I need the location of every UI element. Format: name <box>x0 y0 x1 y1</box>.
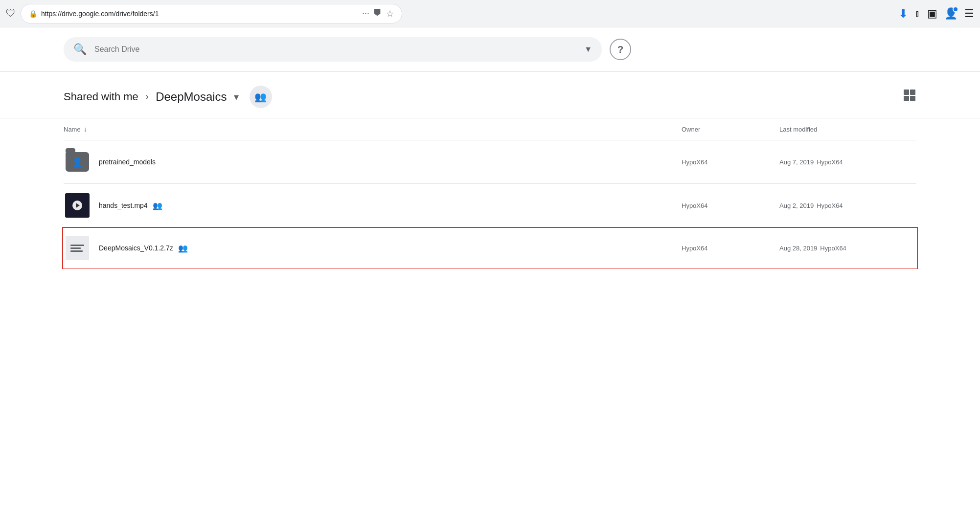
grid-icon <box>903 89 916 102</box>
column-owner-header[interactable]: Owner <box>682 126 779 133</box>
download-icon[interactable]: ⬇ <box>898 7 908 21</box>
svg-rect-2 <box>904 96 909 101</box>
browser-menu-icon[interactable]: ☰ <box>964 7 974 20</box>
file-owner: HypoX64 <box>682 245 779 252</box>
svg-rect-3 <box>910 96 915 101</box>
search-bar[interactable]: 🔍 ▼ <box>64 37 602 62</box>
table-header: Name ↓ Owner Last modified <box>64 118 916 140</box>
people-icon: 👥 <box>254 91 267 103</box>
file-icon-wrapper <box>64 234 91 262</box>
sort-arrow-icon: ↓ <box>84 125 87 133</box>
shared-folder-icon: 👤 <box>66 152 89 172</box>
url-text: https://drive.google.com/drive/folders/1 <box>41 10 354 18</box>
archive-line <box>70 247 81 249</box>
modified-by: HypoX64 <box>820 245 846 252</box>
pocket-icon[interactable]: ⛊ <box>373 8 382 19</box>
breadcrumb-folder-name[interactable]: DeepMosaics <box>156 90 227 104</box>
modified-by: HypoX64 <box>817 158 843 166</box>
file-icon-wrapper: 👤 <box>64 148 91 176</box>
column-name-header[interactable]: Name ↓ <box>64 125 682 133</box>
file-owner: HypoX64 <box>682 202 779 209</box>
folder-person-icon: 👤 <box>72 157 83 167</box>
reader-mode-icon[interactable]: ▣ <box>927 7 937 20</box>
browser-bar: 🛡 🔒 https://drive.google.com/drive/folde… <box>0 0 980 27</box>
archive-file-icon <box>66 236 89 260</box>
modified-date: Aug 2, 2019 <box>779 202 814 209</box>
file-icon-wrapper <box>64 192 91 219</box>
video-play-icon <box>72 201 82 210</box>
file-modified: Aug 7, 2019 HypoX64 <box>779 158 916 166</box>
url-bar[interactable]: 🔒 https://drive.google.com/drive/folders… <box>21 4 402 23</box>
shared-people-icon: 👥 <box>178 244 188 253</box>
video-thumbnail-icon <box>65 193 90 218</box>
file-list: Name ↓ Owner Last modified 👤 pretrained_… <box>0 118 980 269</box>
file-modified: Aug 2, 2019 HypoX64 <box>779 202 916 209</box>
svg-rect-1 <box>910 90 915 95</box>
modified-by: HypoX64 <box>817 202 843 209</box>
file-name-cell: hands_test.mp4 👥 <box>99 201 682 210</box>
table-row[interactable]: DeepMosaics_V0.1.2.7z 👥 HypoX64 Aug 28, … <box>63 227 917 269</box>
table-row[interactable]: hands_test.mp4 👥 HypoX64 Aug 2, 2019 Hyp… <box>64 184 916 227</box>
modified-date: Aug 7, 2019 <box>779 158 814 166</box>
file-name: hands_test.mp4 <box>99 202 148 209</box>
drive-app: 🔍 ▼ ? Shared with me › DeepMosaics ▾ 👥 <box>0 27 980 269</box>
breadcrumb-shared-with-me[interactable]: Shared with me <box>64 90 138 103</box>
archive-line <box>70 245 84 246</box>
file-modified: Aug 28, 2019 HypoX64 <box>779 245 916 252</box>
table-row[interactable]: 👤 pretrained_models HypoX64 Aug 7, 2019 … <box>64 140 916 184</box>
file-name: DeepMosaics_V0.1.2.7z <box>99 244 173 252</box>
file-owner: HypoX64 <box>682 158 779 166</box>
file-name: pretrained_models <box>99 158 156 166</box>
lock-icon: 🔒 <box>29 10 37 18</box>
modified-date: Aug 28, 2019 <box>779 245 817 252</box>
search-input[interactable] <box>94 45 576 54</box>
archive-lines <box>70 245 84 252</box>
shared-people-button[interactable]: 👥 <box>250 86 272 108</box>
search-icon: 🔍 <box>73 43 87 56</box>
help-button[interactable]: ? <box>610 39 631 60</box>
more-options-icon[interactable]: ··· <box>362 8 369 19</box>
profile-icon[interactable]: 👤 <box>944 7 957 20</box>
bookmark-star-icon[interactable]: ☆ <box>386 8 394 19</box>
grid-view-button[interactable] <box>903 89 916 105</box>
browser-right-icons: ⬇ ⫾ ▣ 👤 ☰ <box>898 7 974 21</box>
folder-dropdown-icon[interactable]: ▾ <box>234 91 239 103</box>
search-dropdown-icon[interactable]: ▼ <box>584 45 592 54</box>
breadcrumb-bar: Shared with me › DeepMosaics ▾ 👥 <box>0 72 980 118</box>
svg-rect-0 <box>904 90 909 95</box>
shared-people-icon: 👥 <box>153 201 162 210</box>
archive-line <box>70 250 83 252</box>
shield-icon: 🛡 <box>6 8 16 19</box>
column-modified-header[interactable]: Last modified <box>779 126 916 133</box>
file-name-cell: DeepMosaics_V0.1.2.7z 👥 <box>99 244 682 253</box>
search-container: 🔍 ▼ ? <box>0 27 980 72</box>
breadcrumb-separator: › <box>145 90 149 103</box>
library-icon[interactable]: ⫾ <box>915 7 920 20</box>
file-name-cell: pretrained_models <box>99 158 682 166</box>
